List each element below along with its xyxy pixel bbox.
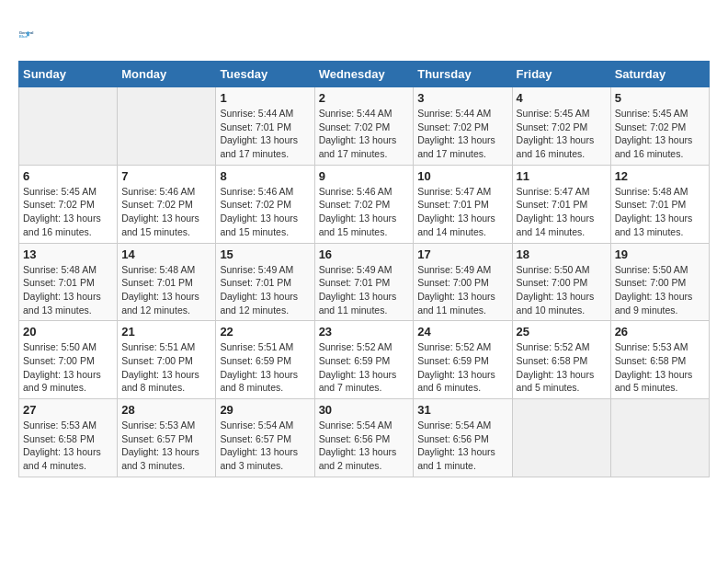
day-cell: 27Sunrise: 5:53 AM Sunset: 6:58 PM Dayli… <box>19 399 118 477</box>
day-number: 2 <box>319 91 410 105</box>
day-number: 30 <box>319 403 410 417</box>
day-number: 18 <box>517 247 607 261</box>
day-info: Sunrise: 5:44 AM Sunset: 7:02 PM Dayligh… <box>319 107 410 161</box>
day-cell: 30Sunrise: 5:54 AM Sunset: 6:56 PM Dayli… <box>314 399 414 477</box>
week-row-2: 6Sunrise: 5:45 AM Sunset: 7:02 PM Daylig… <box>19 165 710 243</box>
day-number: 21 <box>121 325 211 339</box>
day-info: Sunrise: 5:46 AM Sunset: 7:02 PM Dayligh… <box>319 185 410 239</box>
day-number: 14 <box>121 247 211 261</box>
day-info: Sunrise: 5:49 AM Sunset: 7:01 PM Dayligh… <box>220 263 310 317</box>
svg-text:Blue: Blue <box>19 34 28 39</box>
calendar-body: 1Sunrise: 5:44 AM Sunset: 7:01 PM Daylig… <box>19 87 710 477</box>
day-number: 4 <box>517 91 607 105</box>
day-cell: 11Sunrise: 5:47 AM Sunset: 7:01 PM Dayli… <box>512 165 610 243</box>
day-number: 19 <box>615 247 705 261</box>
day-cell: 2Sunrise: 5:44 AM Sunset: 7:02 PM Daylig… <box>314 87 414 166</box>
day-info: Sunrise: 5:48 AM Sunset: 7:01 PM Dayligh… <box>615 185 705 239</box>
day-cell: 10Sunrise: 5:47 AM Sunset: 7:01 PM Dayli… <box>414 165 512 243</box>
day-number: 22 <box>220 325 310 339</box>
header-sunday: Sunday <box>19 62 118 87</box>
day-info: Sunrise: 5:46 AM Sunset: 7:02 PM Dayligh… <box>121 185 211 239</box>
header-saturday: Saturday <box>610 62 709 87</box>
day-number: 17 <box>417 247 507 261</box>
day-cell <box>610 399 709 477</box>
day-number: 20 <box>23 325 113 339</box>
day-info: Sunrise: 5:45 AM Sunset: 7:02 PM Dayligh… <box>23 185 113 239</box>
week-row-5: 27Sunrise: 5:53 AM Sunset: 6:58 PM Dayli… <box>19 399 710 477</box>
day-cell: 9Sunrise: 5:46 AM Sunset: 7:02 PM Daylig… <box>314 165 414 243</box>
day-cell: 20Sunrise: 5:50 AM Sunset: 7:00 PM Dayli… <box>19 321 118 399</box>
day-info: Sunrise: 5:50 AM Sunset: 7:00 PM Dayligh… <box>23 340 113 395</box>
day-info: Sunrise: 5:51 AM Sunset: 7:00 PM Dayligh… <box>121 340 211 395</box>
day-number: 3 <box>417 91 507 105</box>
week-row-1: 1Sunrise: 5:44 AM Sunset: 7:01 PM Daylig… <box>19 87 710 166</box>
header-thursday: Thursday <box>414 62 512 87</box>
day-info: Sunrise: 5:44 AM Sunset: 7:02 PM Dayligh… <box>417 107 507 161</box>
day-info: Sunrise: 5:45 AM Sunset: 7:02 PM Dayligh… <box>517 107 607 161</box>
day-cell <box>19 87 118 166</box>
day-cell: 5Sunrise: 5:45 AM Sunset: 7:02 PM Daylig… <box>610 87 709 166</box>
day-number: 27 <box>23 403 113 417</box>
week-row-4: 20Sunrise: 5:50 AM Sunset: 7:00 PM Dayli… <box>19 321 710 399</box>
day-info: Sunrise: 5:48 AM Sunset: 7:01 PM Dayligh… <box>121 263 211 317</box>
day-cell: 16Sunrise: 5:49 AM Sunset: 7:01 PM Dayli… <box>314 243 414 321</box>
day-number: 23 <box>319 325 410 339</box>
day-info: Sunrise: 5:54 AM Sunset: 6:56 PM Dayligh… <box>417 419 507 473</box>
day-info: Sunrise: 5:54 AM Sunset: 6:56 PM Dayligh… <box>319 419 410 473</box>
day-cell: 22Sunrise: 5:51 AM Sunset: 6:59 PM Dayli… <box>216 321 314 399</box>
day-cell: 1Sunrise: 5:44 AM Sunset: 7:01 PM Daylig… <box>216 87 314 166</box>
header-monday: Monday <box>118 62 216 87</box>
day-number: 12 <box>615 169 705 183</box>
calendar-header: SundayMondayTuesdayWednesdayThursdayFrid… <box>19 62 710 87</box>
day-info: Sunrise: 5:49 AM Sunset: 7:01 PM Dayligh… <box>319 263 410 317</box>
day-cell: 18Sunrise: 5:50 AM Sunset: 7:00 PM Dayli… <box>512 243 610 321</box>
day-info: Sunrise: 5:48 AM Sunset: 7:01 PM Dayligh… <box>23 263 113 317</box>
day-number: 9 <box>319 169 410 183</box>
day-info: Sunrise: 5:50 AM Sunset: 7:00 PM Dayligh… <box>615 263 705 317</box>
day-cell: 26Sunrise: 5:53 AM Sunset: 6:58 PM Dayli… <box>610 321 709 399</box>
day-cell: 6Sunrise: 5:45 AM Sunset: 7:02 PM Daylig… <box>19 165 118 243</box>
header-tuesday: Tuesday <box>216 62 314 87</box>
day-number: 29 <box>220 403 310 417</box>
day-cell <box>512 399 610 477</box>
day-number: 13 <box>23 247 113 261</box>
day-info: Sunrise: 5:44 AM Sunset: 7:01 PM Dayligh… <box>220 107 310 161</box>
day-info: Sunrise: 5:47 AM Sunset: 7:01 PM Dayligh… <box>417 185 507 239</box>
day-info: Sunrise: 5:50 AM Sunset: 7:00 PM Dayligh… <box>517 263 607 317</box>
header-wednesday: Wednesday <box>314 62 414 87</box>
day-cell: 3Sunrise: 5:44 AM Sunset: 7:02 PM Daylig… <box>414 87 512 166</box>
day-number: 25 <box>517 325 607 339</box>
day-number: 10 <box>417 169 507 183</box>
day-info: Sunrise: 5:52 AM Sunset: 6:58 PM Dayligh… <box>517 340 607 395</box>
day-number: 28 <box>121 403 211 417</box>
day-cell: 17Sunrise: 5:49 AM Sunset: 7:00 PM Dayli… <box>414 243 512 321</box>
day-cell: 14Sunrise: 5:48 AM Sunset: 7:01 PM Dayli… <box>118 243 216 321</box>
day-cell: 4Sunrise: 5:45 AM Sunset: 7:02 PM Daylig… <box>512 87 610 166</box>
day-number: 24 <box>417 325 507 339</box>
day-cell: 12Sunrise: 5:48 AM Sunset: 7:01 PM Dayli… <box>610 165 709 243</box>
day-info: Sunrise: 5:52 AM Sunset: 6:59 PM Dayligh… <box>417 340 507 395</box>
week-row-3: 13Sunrise: 5:48 AM Sunset: 7:01 PM Dayli… <box>19 243 710 321</box>
day-cell: 31Sunrise: 5:54 AM Sunset: 6:56 PM Dayli… <box>414 399 512 477</box>
day-info: Sunrise: 5:47 AM Sunset: 7:01 PM Dayligh… <box>517 185 607 239</box>
day-number: 15 <box>220 247 310 261</box>
page-header: General Blue <box>18 18 710 52</box>
calendar-table: SundayMondayTuesdayWednesdayThursdayFrid… <box>18 61 710 477</box>
day-info: Sunrise: 5:49 AM Sunset: 7:00 PM Dayligh… <box>417 263 507 317</box>
day-cell: 28Sunrise: 5:53 AM Sunset: 6:57 PM Dayli… <box>118 399 216 477</box>
day-number: 8 <box>220 169 310 183</box>
day-cell: 24Sunrise: 5:52 AM Sunset: 6:59 PM Dayli… <box>414 321 512 399</box>
day-info: Sunrise: 5:51 AM Sunset: 6:59 PM Dayligh… <box>220 340 310 395</box>
day-number: 6 <box>23 169 113 183</box>
day-info: Sunrise: 5:46 AM Sunset: 7:02 PM Dayligh… <box>220 185 310 239</box>
header-row: SundayMondayTuesdayWednesdayThursdayFrid… <box>19 62 710 87</box>
day-number: 31 <box>417 403 507 417</box>
day-cell: 13Sunrise: 5:48 AM Sunset: 7:01 PM Dayli… <box>19 243 118 321</box>
day-number: 1 <box>220 91 310 105</box>
day-info: Sunrise: 5:45 AM Sunset: 7:02 PM Dayligh… <box>615 107 705 161</box>
day-number: 26 <box>615 325 705 339</box>
day-number: 16 <box>319 247 410 261</box>
day-number: 11 <box>517 169 607 183</box>
day-number: 7 <box>121 169 211 183</box>
logo: General Blue <box>18 18 55 52</box>
